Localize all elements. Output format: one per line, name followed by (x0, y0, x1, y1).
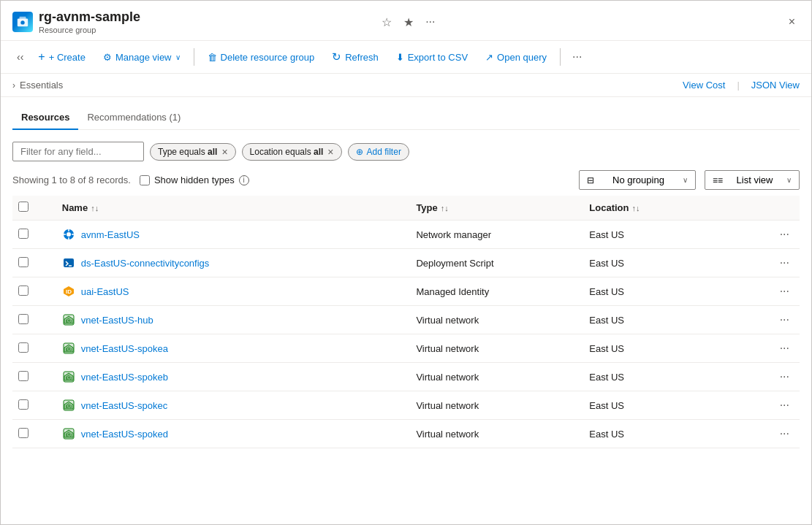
essentials-label: Essentials (20, 80, 63, 91)
open-query-button[interactable]: ↗ Open query (478, 48, 554, 66)
type-filter-close[interactable]: × (221, 147, 227, 157)
resource-icon-6: ⬡ (62, 399, 75, 412)
title-actions: ☆ ★ ··· (379, 14, 438, 31)
essentials-section: › Essentials View Cost | JSON View (1, 74, 811, 97)
table-row: ⬡ vnet-EastUS-spokea Virtual network Eas… (12, 334, 800, 363)
close-button[interactable]: × (784, 14, 800, 30)
resource-link-5[interactable]: vnet-EastUS-spokeb (81, 372, 168, 383)
select-all-checkbox[interactable] (18, 202, 29, 212)
resource-link-6[interactable]: vnet-EastUS-spokec (81, 400, 168, 411)
location-filter-label: Location equals all (250, 147, 324, 157)
table-row: avnm-EastUS Network manager East US ··· (12, 221, 800, 249)
name-sort-icon[interactable]: ↑↓ (91, 204, 99, 212)
grouping-dropdown[interactable]: ⊟ No grouping ∨ (579, 170, 696, 190)
resource-type-3: Virtual network (407, 306, 580, 334)
gear-icon: ⚙ (103, 52, 112, 63)
view-dropdown[interactable]: ≡≡ List view ∨ (705, 170, 800, 190)
grouping-chevron-icon: ∨ (683, 176, 688, 184)
filter-input[interactable] (12, 142, 144, 161)
resource-link-7[interactable]: vnet-EastUS-spoked (81, 429, 168, 440)
location-filter-close[interactable]: × (327, 147, 333, 157)
row-checkbox-7[interactable] (18, 428, 29, 438)
refresh-icon: ↻ (332, 50, 341, 64)
svg-text:⬡: ⬡ (67, 404, 70, 408)
title-bar: rg-avnm-sample Resource group ☆ ★ ··· × (1, 1, 811, 41)
row-checkbox-4[interactable] (18, 342, 29, 353)
favorite-button[interactable]: ★ (401, 14, 417, 31)
show-hidden-checkbox[interactable] (140, 175, 150, 185)
resource-link-2[interactable]: uai-EastUS (81, 286, 129, 297)
manage-view-button[interactable]: ⚙ Manage view ∨ (96, 48, 188, 66)
resource-location-5: East US (580, 363, 737, 391)
resource-link-0[interactable]: avnm-EastUS (81, 229, 140, 240)
tab-recommendations[interactable]: Recommendations (1) (78, 106, 189, 130)
resource-type-0: Network manager (407, 221, 580, 249)
resource-type-1: Deployment Script (407, 249, 580, 277)
table-body: avnm-EastUS Network manager East US ··· … (12, 221, 800, 448)
table-row: ⬡ vnet-EastUS-spokeb Virtual network Eas… (12, 363, 800, 391)
type-sort-icon[interactable]: ↑↓ (441, 204, 449, 212)
row-more-button-3[interactable]: ··· (775, 312, 794, 328)
row-checkbox-2[interactable] (18, 286, 29, 296)
page-subtitle: Resource group (39, 26, 373, 34)
export-icon: ⬇ (396, 52, 404, 63)
resource-icon-5: ⬡ (62, 370, 75, 383)
table-row: ⬡ vnet-EastUS-spokec Virtual network Eas… (12, 391, 800, 420)
resource-type-4: Virtual network (407, 334, 580, 363)
info-icon[interactable]: i (239, 175, 249, 185)
resource-link-1[interactable]: ds-EastUS-connectivityconfigs (81, 258, 210, 269)
location-sort-icon[interactable]: ↑↓ (632, 204, 640, 212)
delete-button[interactable]: 🗑 Delete resource group (200, 48, 322, 66)
tab-resources[interactable]: Resources (12, 106, 78, 130)
essentials-toggle[interactable]: › Essentials (12, 80, 63, 91)
row-more-button-5[interactable]: ··· (775, 369, 794, 385)
app-icon (12, 12, 33, 32)
resource-location-4: East US (580, 334, 737, 363)
resource-link-4[interactable]: vnet-EastUS-spokea (81, 343, 168, 354)
resource-type-2: Managed Identity (407, 277, 580, 306)
json-view-link[interactable]: JSON View (751, 80, 800, 91)
resource-type-5: Virtual network (407, 363, 580, 391)
row-more-button-1[interactable]: ··· (775, 255, 794, 271)
toolbar: ‹‹ + + Create ⚙ Manage view ∨ 🗑 Delete r… (1, 41, 811, 74)
svg-point-2 (20, 20, 24, 24)
add-filter-button[interactable]: ⊕ Add filter (348, 143, 409, 161)
view-cost-link[interactable]: View Cost (683, 80, 725, 91)
resource-link-3[interactable]: vnet-EastUS-hub (81, 315, 153, 326)
type-filter-tag[interactable]: Type equals all × (150, 143, 236, 161)
chevron-down-icon: ∨ (175, 53, 181, 61)
row-checkbox-6[interactable] (18, 399, 29, 410)
title-text-block: rg-avnm-sample Resource group (39, 9, 373, 34)
row-more-button-4[interactable]: ··· (775, 340, 794, 356)
export-button[interactable]: ⬇ Export to CSV (389, 48, 475, 66)
table-header: Name ↑↓ Type ↑↓ Location ↑↓ (12, 196, 800, 221)
row-more-button-0[interactable]: ··· (775, 226, 794, 242)
collapse-icon: ‹‹ (17, 51, 23, 63)
more-icon: ··· (425, 15, 435, 28)
collapse-panel-button[interactable]: ‹‹ (12, 47, 28, 66)
separator-1 (194, 48, 194, 66)
row-checkbox-0[interactable] (18, 229, 29, 239)
main-window: rg-avnm-sample Resource group ☆ ★ ··· × … (0, 0, 812, 525)
location-filter-tag[interactable]: Location equals all × (242, 143, 342, 161)
pin-icon: ☆ (382, 15, 392, 29)
refresh-button[interactable]: ↻ Refresh (325, 47, 386, 67)
svg-text:⬡: ⬡ (67, 347, 70, 351)
title-more-button[interactable]: ··· (422, 14, 438, 30)
table-row: ⬡ vnet-EastUS-spoked Virtual network Eas… (12, 420, 800, 448)
resource-icon-3: ⬡ (62, 313, 75, 326)
table-row: ds-EastUS-connectivityconfigs Deployment… (12, 249, 800, 277)
resource-icon-7: ⬡ (62, 427, 75, 440)
row-more-button-7[interactable]: ··· (775, 426, 794, 442)
pin-button[interactable]: ☆ (379, 14, 395, 31)
create-button[interactable]: + + Create (31, 47, 93, 67)
row-checkbox-3[interactable] (18, 314, 29, 324)
row-checkbox-5[interactable] (18, 371, 29, 381)
row-more-button-6[interactable]: ··· (775, 397, 794, 413)
row-checkbox-1[interactable] (18, 257, 29, 267)
toolbar-more-button[interactable]: ··· (566, 47, 588, 66)
svg-text:⬡: ⬡ (67, 318, 70, 323)
essentials-links: View Cost | JSON View (683, 80, 800, 91)
row-more-button-2[interactable]: ··· (775, 283, 794, 299)
filters-row: Type equals all × Location equals all × … (12, 142, 800, 161)
